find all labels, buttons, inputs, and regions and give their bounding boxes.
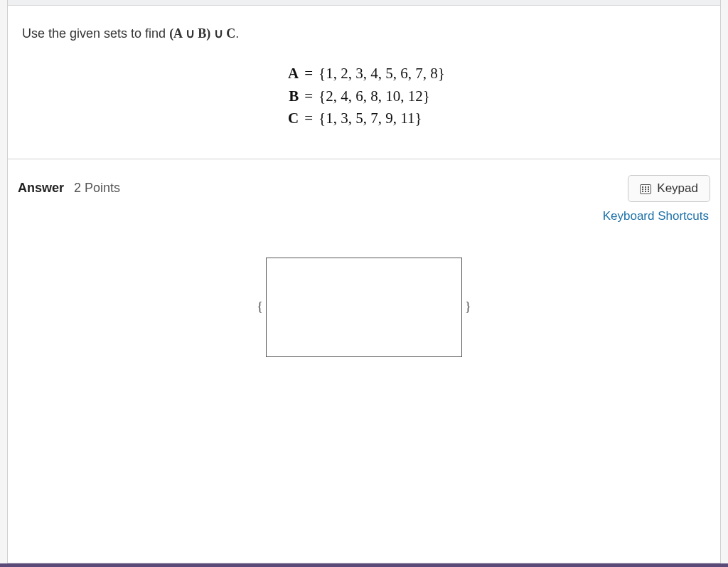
prompt-prefix: Use the given sets to find bbox=[22, 26, 169, 41]
svg-rect-6 bbox=[648, 189, 649, 190]
set-name: A bbox=[283, 63, 299, 85]
equals-sign: = bbox=[299, 63, 318, 85]
answer-section: Answer 2 Points bbox=[8, 159, 720, 371]
set-value: {1, 2, 3, 4, 5, 6, 7, 8} bbox=[318, 63, 445, 85]
input-row: { } bbox=[257, 258, 471, 357]
keypad-label: Keypad bbox=[657, 181, 698, 196]
set-row: C = {1, 3, 5, 7, 9, 11} bbox=[283, 107, 445, 130]
points-label: 2 Points bbox=[74, 181, 120, 196]
keyboard-shortcuts-link[interactable]: Keyboard Shortcuts bbox=[603, 209, 709, 223]
set-value: {1, 3, 5, 7, 9, 11} bbox=[318, 107, 422, 130]
prompt-expression: (A ∪ B) ∪ C bbox=[169, 26, 235, 41]
answer-header: Answer 2 Points bbox=[18, 175, 710, 202]
right-brace: } bbox=[465, 300, 471, 314]
answer-label: Answer bbox=[18, 181, 64, 196]
set-name: B bbox=[283, 85, 299, 108]
keypad-icon bbox=[640, 184, 651, 194]
set-name: C bbox=[283, 107, 299, 130]
left-brace: { bbox=[257, 300, 263, 314]
set-value: {2, 4, 6, 8, 10, 12} bbox=[318, 85, 430, 108]
set-row: B = {2, 4, 6, 8, 10, 12} bbox=[283, 85, 445, 108]
shortcuts-link-wrapper: Keyboard Shortcuts bbox=[18, 209, 709, 223]
bottom-strip bbox=[0, 563, 728, 567]
svg-rect-9 bbox=[648, 191, 649, 192]
svg-rect-1 bbox=[642, 186, 643, 188]
equals-sign: = bbox=[299, 107, 318, 130]
svg-rect-5 bbox=[645, 189, 646, 190]
answer-left: Answer 2 Points bbox=[18, 181, 120, 196]
input-wrapper: { } bbox=[18, 258, 710, 357]
question-block: Use the given sets to find (A ∪ B) ∪ C. … bbox=[8, 6, 720, 159]
svg-rect-8 bbox=[645, 191, 646, 192]
prompt-suffix: . bbox=[235, 26, 239, 41]
set-row: A = {1, 2, 3, 4, 5, 6, 7, 8} bbox=[283, 63, 445, 85]
svg-rect-2 bbox=[645, 186, 646, 188]
sets-block: A = {1, 2, 3, 4, 5, 6, 7, 8} B = {2, 4, … bbox=[22, 63, 706, 130]
svg-rect-4 bbox=[642, 189, 643, 190]
svg-rect-7 bbox=[642, 191, 643, 192]
answer-input[interactable] bbox=[266, 258, 462, 357]
keypad-button[interactable]: Keypad bbox=[628, 175, 710, 202]
top-bar bbox=[8, 0, 720, 6]
equals-sign: = bbox=[299, 85, 318, 108]
sets-inner: A = {1, 2, 3, 4, 5, 6, 7, 8} B = {2, 4, … bbox=[283, 63, 445, 130]
question-prompt: Use the given sets to find (A ∪ B) ∪ C. bbox=[22, 26, 706, 41]
page-container: Use the given sets to find (A ∪ B) ∪ C. … bbox=[7, 0, 721, 563]
svg-rect-3 bbox=[648, 186, 649, 188]
